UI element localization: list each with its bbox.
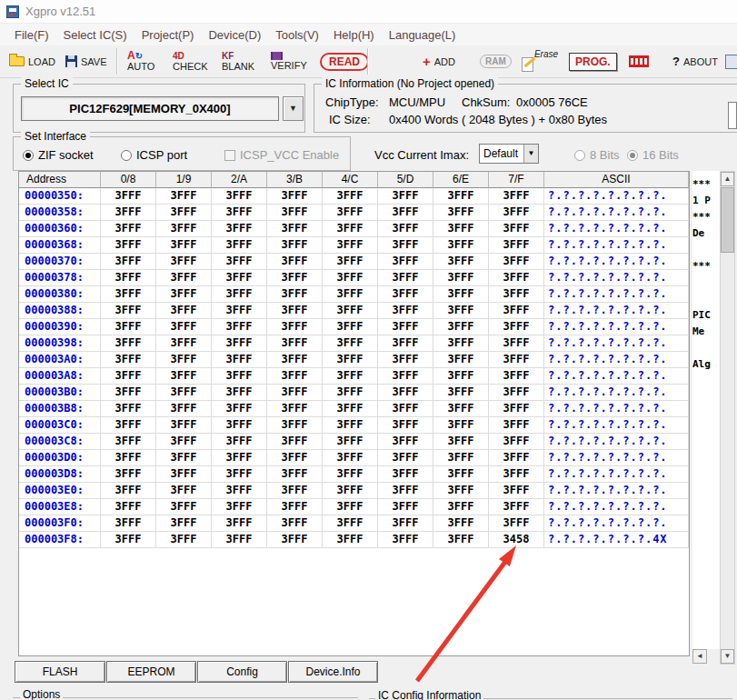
hex-cell[interactable]: 3FFF: [156, 319, 212, 335]
hex-cell[interactable]: 3FFF: [323, 319, 378, 335]
hex-cell[interactable]: 3FFF: [156, 385, 212, 401]
hex-cell[interactable]: 3FFF: [212, 303, 267, 319]
address-cell[interactable]: 00000378:: [19, 270, 101, 286]
hex-cell[interactable]: 3FFF: [489, 466, 544, 483]
hex-cell[interactable]: 3FFF: [156, 335, 212, 352]
address-cell[interactable]: 000003F0:: [19, 515, 101, 532]
hex-cell[interactable]: 3FFF: [156, 254, 212, 270]
hex-cell[interactable]: 3FFF: [101, 237, 156, 254]
tab-config[interactable]: Config: [197, 661, 287, 683]
hex-cell[interactable]: 3FFF: [101, 417, 156, 434]
hex-cell[interactable]: 3FFF: [323, 286, 378, 303]
hex-cell[interactable]: 3FFF: [267, 450, 323, 466]
hex-cell[interactable]: 3FFF: [156, 450, 212, 466]
hex-cell[interactable]: 3FFF: [323, 237, 378, 254]
hex-cell[interactable]: 3FFF: [101, 205, 156, 221]
hex-cell[interactable]: 3FFF: [378, 221, 433, 237]
hex-cell[interactable]: 3FFF: [212, 270, 267, 286]
hex-cell[interactable]: 3FFF: [156, 205, 212, 221]
ascii-cell[interactable]: ?.?.?.?.?.?.?.?.: [544, 499, 689, 515]
menu-help[interactable]: Help(H): [326, 26, 382, 44]
hex-cell[interactable]: 3FFF: [378, 532, 433, 548]
hex-cell[interactable]: 3FFF: [378, 417, 433, 434]
hex-cell[interactable]: 3FFF: [433, 385, 489, 401]
hex-cell[interactable]: 3FFF: [433, 303, 489, 319]
hex-cell[interactable]: 3FFF: [433, 254, 489, 270]
hex-cell[interactable]: 3FFF: [323, 532, 378, 548]
hex-cell[interactable]: 3FFF: [156, 532, 212, 548]
hex-cell[interactable]: 3FFF: [489, 450, 544, 466]
hex-cell[interactable]: 3FFF: [212, 385, 267, 401]
hex-cell[interactable]: 3FFF: [156, 434, 212, 450]
hex-cell[interactable]: 3FFF: [101, 532, 156, 548]
hex-cell[interactable]: 3FFF: [156, 270, 212, 286]
hex-cell[interactable]: 3FFF: [489, 352, 544, 368]
hex-cell[interactable]: 3FFF: [323, 221, 378, 237]
hex-cell[interactable]: 3FFF: [212, 319, 267, 335]
hex-cell[interactable]: 3FFF: [378, 515, 433, 532]
address-cell[interactable]: 000003E8:: [19, 499, 101, 515]
hex-cell[interactable]: 3FFF: [378, 401, 433, 417]
hex-cell[interactable]: 3FFF: [378, 335, 433, 352]
hex-cell[interactable]: 3FFF: [101, 221, 156, 237]
hex-cell[interactable]: 3FFF: [433, 319, 489, 335]
hex-cell[interactable]: 3FFF: [156, 515, 212, 532]
hex-cell[interactable]: 3FFF: [212, 221, 267, 237]
address-cell[interactable]: 000003D8:: [19, 466, 101, 483]
hex-cell[interactable]: 3FFF: [323, 335, 378, 352]
ic-test-button[interactable]: [629, 45, 649, 77]
hex-cell[interactable]: 3FFF: [101, 335, 156, 352]
ascii-cell[interactable]: ?.?.?.?.?.?.?.?.: [544, 466, 689, 483]
hex-cell[interactable]: 3FFF: [489, 254, 544, 270]
hex-cell[interactable]: 3FFF: [212, 286, 267, 303]
menu-tools[interactable]: Tools(V): [268, 26, 326, 44]
add-button[interactable]: + ADD: [423, 45, 455, 77]
hex-cell[interactable]: 3FFF: [378, 385, 433, 401]
hex-cell[interactable]: 3FFF: [323, 401, 378, 417]
tab-flash[interactable]: FLASH: [15, 661, 105, 683]
hex-cell[interactable]: 3FFF: [323, 450, 378, 466]
tab-eeprom[interactable]: EEPROM: [106, 661, 196, 683]
hex-cell[interactable]: 3FFF: [323, 499, 378, 515]
hex-cell[interactable]: 3FFF: [267, 466, 323, 483]
hex-cell[interactable]: 3FFF: [156, 221, 212, 237]
hex-cell[interactable]: 3FFF: [323, 385, 378, 401]
hex-editor[interactable]: Address0/81/92/A3/B4/C5/D6/E7/FASCII 000…: [18, 171, 690, 656]
hex-cell[interactable]: 3FFF: [267, 368, 323, 385]
verify-button[interactable]: VERIFY: [271, 45, 307, 77]
hex-cell[interactable]: 3FFF: [323, 254, 378, 270]
hex-cell[interactable]: 3FFF: [489, 188, 544, 205]
hex-cell[interactable]: 3FFF: [156, 417, 212, 434]
address-cell[interactable]: 000003D0:: [19, 450, 101, 466]
hex-cell[interactable]: 3FFF: [433, 335, 489, 352]
hex-cell[interactable]: 3FFF: [156, 237, 212, 254]
hex-cell[interactable]: 3FFF: [101, 483, 156, 499]
hex-cell[interactable]: 3FFF: [378, 368, 433, 385]
hex-cell[interactable]: 3FFF: [378, 270, 433, 286]
hex-cell[interactable]: 3FFF: [101, 270, 156, 286]
hex-cell[interactable]: 3FFF: [489, 303, 544, 319]
hex-cell[interactable]: 3FFF: [101, 303, 156, 319]
ascii-cell[interactable]: ?.?.?.?.?.?.?.?.: [544, 401, 689, 417]
ascii-cell[interactable]: ?.?.?.?.?.?.?.?.: [544, 303, 689, 319]
hex-cell[interactable]: 3FFF: [212, 532, 267, 548]
hex-cell[interactable]: 3FFF: [378, 205, 433, 221]
ascii-cell[interactable]: ?.?.?.?.?.?.?.?.: [544, 286, 689, 303]
blank-button[interactable]: KF BLANK: [222, 45, 254, 77]
hex-cell[interactable]: 3FFF: [323, 205, 378, 221]
address-cell[interactable]: 000003B0:: [19, 385, 101, 401]
hex-cell[interactable]: 3FFF: [489, 417, 544, 434]
hex-cell[interactable]: 3FFF: [267, 499, 323, 515]
hex-cell[interactable]: 3FFF: [267, 319, 323, 335]
hex-cell[interactable]: 3FFF: [212, 352, 267, 368]
ascii-cell[interactable]: ?.?.?.?.?.?.?.?.: [544, 205, 689, 221]
hex-cell[interactable]: 3FFF: [489, 434, 544, 450]
check-button[interactable]: 4D CHECK: [173, 45, 208, 77]
hex-cell[interactable]: 3FFF: [101, 466, 156, 483]
hex-cell[interactable]: 3FFF: [101, 254, 156, 270]
hex-cell[interactable]: 3FFF: [156, 368, 212, 385]
hex-cell[interactable]: 3FFF: [101, 450, 156, 466]
hex-cell[interactable]: 3FFF: [101, 515, 156, 532]
hex-cell[interactable]: 3FFF: [323, 515, 378, 532]
hex-cell[interactable]: 3FFF: [212, 466, 267, 483]
